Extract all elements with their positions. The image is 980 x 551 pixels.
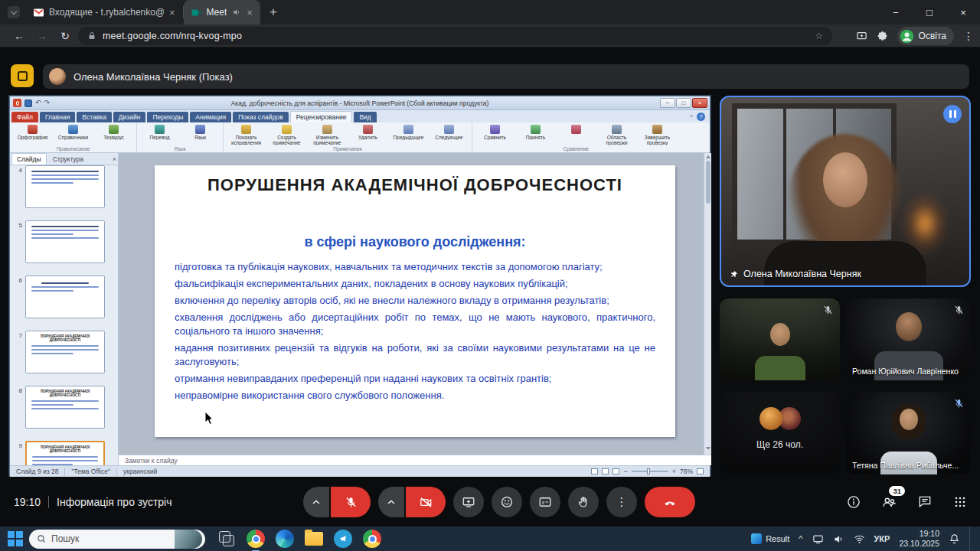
notification-bell-icon[interactable] <box>949 533 960 545</box>
new-comment-button[interactable]: Создать примечание <box>266 124 307 146</box>
participants-button[interactable]: 31 <box>881 494 897 510</box>
ppt-tab-slideshow[interactable]: Показ слайдов <box>233 112 289 122</box>
undo-icon[interactable]: ↶ <box>35 99 41 106</box>
research-button[interactable]: Справочники <box>53 124 93 146</box>
edge-icon[interactable] <box>276 530 294 548</box>
delete-comment-button[interactable]: Удалить <box>348 124 388 146</box>
next-comment-button[interactable]: Следующее <box>429 124 469 146</box>
keyboard-language[interactable]: УКР <box>874 534 890 543</box>
review-pane-button[interactable]: Область проверки <box>596 124 637 146</box>
present-screen-button[interactable] <box>453 487 484 517</box>
chat-button[interactable] <box>917 494 933 510</box>
chrome-icon[interactable] <box>247 530 265 548</box>
extensions-puzzle-icon[interactable] <box>877 31 888 42</box>
show-markup-button[interactable]: Показать исправления <box>226 124 266 146</box>
browser-tab-meet[interactable]: Meet × <box>184 0 260 24</box>
forward-button[interactable]: → <box>34 28 51 44</box>
telegram-icon[interactable] <box>334 530 352 548</box>
tray-app-button[interactable]: Result <box>751 533 789 544</box>
ppt-tab-review[interactable]: Рецензирование <box>290 111 353 122</box>
save-icon[interactable] <box>24 99 32 107</box>
window-maximize-button[interactable]: □ <box>913 0 946 24</box>
camera-options-caret[interactable] <box>378 487 404 517</box>
ppt-close-button[interactable]: × <box>692 98 707 108</box>
slide-thumbnail[interactable]: 5 <box>15 220 113 263</box>
video-tile-main[interactable]: Олена Миколаївна Черняк <box>720 96 971 287</box>
end-review-button[interactable]: Завершить проверку <box>637 124 678 146</box>
previous-comment-button[interactable]: Предыдущее <box>388 124 429 146</box>
ppt-tab-design[interactable]: Дизайн <box>113 112 146 122</box>
view-normal-icon[interactable] <box>591 468 598 474</box>
slide-thumbnail[interactable]: 4 <box>15 165 113 208</box>
camera-button-split[interactable] <box>378 487 446 517</box>
ppt-tab-insert[interactable]: Вставка <box>77 112 112 122</box>
edit-comment-button[interactable]: Изменить примечание <box>307 124 348 146</box>
ppt-tab-animations[interactable]: Анимация <box>190 112 231 122</box>
thesaurus-button[interactable]: Тезаурус <box>93 124 134 146</box>
back-button[interactable]: ← <box>11 28 28 44</box>
ppt-tab-home[interactable]: Главная <box>40 112 75 122</box>
raise-hand-button[interactable] <box>568 487 599 517</box>
tab-close-icon[interactable]: × <box>247 8 253 18</box>
mic-options-caret[interactable] <box>303 487 329 517</box>
captions-button[interactable] <box>530 487 560 517</box>
end-call-button[interactable] <box>645 487 695 517</box>
install-app-icon[interactable] <box>856 31 867 42</box>
mic-button-split[interactable] <box>303 487 371 517</box>
browser-menu-kebab-icon[interactable]: ⋮ <box>963 30 974 42</box>
slide-thumbnail-current[interactable]: 9 ПОРУШЕННЯ АКАДЕМІЧНОЇ ДОБРОЧЕСНОСТІ <box>15 441 113 465</box>
view-sorter-icon[interactable] <box>602 468 609 474</box>
window-minimize-button[interactable]: − <box>879 0 913 24</box>
file-explorer-icon[interactable] <box>305 530 323 548</box>
search-input[interactable] <box>51 533 158 544</box>
browser-tab-gmail[interactable]: Входящие - t.rybalchenko@kh × <box>26 0 183 24</box>
ppt-titlebar[interactable]: ↶ ↷ Акад. доброчесність для аспірантів -… <box>10 96 710 110</box>
zoom-slider[interactable] <box>632 471 668 472</box>
video-tile[interactable]: Тетяна Павлівна Рибальче... <box>846 392 971 474</box>
reactions-button[interactable] <box>492 487 522 517</box>
taskbar-clock[interactable]: 19:10 23.10.2025 <box>899 529 939 548</box>
video-tile[interactable]: Роман Юрійович Лавріненко <box>846 298 971 380</box>
meeting-details-button[interactable] <box>846 494 861 510</box>
translate-button[interactable]: Перевод <box>139 124 180 146</box>
window-close-button[interactable]: × <box>946 0 980 24</box>
spelling-button[interactable]: Орфография <box>12 124 53 146</box>
view-slideshow-icon[interactable] <box>612 468 619 474</box>
task-view-icon[interactable] <box>217 530 236 548</box>
ppt-tab-view[interactable]: Вид <box>354 112 376 122</box>
start-button[interactable] <box>8 531 23 546</box>
language-button[interactable]: Язык <box>180 124 220 146</box>
bookmark-star-icon[interactable]: ☆ <box>815 31 823 41</box>
reload-button[interactable]: ↻ <box>57 28 74 44</box>
browser-profile-chip[interactable]: Освіта <box>897 27 954 45</box>
address-bar[interactable]: meet.google.com/nrq-kvog-mpo ☆ <box>78 27 832 45</box>
slide-thumbnail[interactable]: 7 ПОРУШЕННЯ АКАДЕМІЧНОЇ ДОБРОЧЕСНОСТІ <box>15 331 113 373</box>
accept-button[interactable]: Принять <box>515 124 556 146</box>
meeting-info-label[interactable]: Інформація про зустріч <box>57 496 172 508</box>
activities-button[interactable] <box>952 494 968 510</box>
mic-muted-button[interactable] <box>331 487 371 517</box>
more-options-button[interactable]: ⋮ <box>606 487 637 517</box>
new-tab-button[interactable]: + <box>270 5 277 20</box>
reject-button[interactable] <box>556 124 596 146</box>
search-highlight-image[interactable] <box>175 530 202 549</box>
help-icon[interactable]: ? <box>697 112 705 121</box>
zoom-out-icon[interactable]: − <box>623 468 627 475</box>
cast-icon[interactable] <box>812 533 824 545</box>
more-participants-tile[interactable]: Ще 26 чол. <box>720 392 840 474</box>
redo-icon[interactable]: ↷ <box>44 99 51 106</box>
ppt-tab-file[interactable]: Файл <box>11 112 38 122</box>
ppt-maximize-button[interactable]: □ <box>676 98 691 108</box>
volume-icon[interactable] <box>833 533 844 545</box>
chrome-icon[interactable] <box>363 530 381 548</box>
camera-off-button[interactable] <box>406 487 446 517</box>
slide-thumbnail[interactable]: 6 <box>15 276 113 318</box>
fit-window-icon[interactable] <box>697 468 704 474</box>
hidden-icons-chevron[interactable]: ^ <box>799 534 802 543</box>
video-tile[interactable] <box>720 298 840 380</box>
ribbon-collapse-icon[interactable]: ^ <box>690 113 693 120</box>
notes-pane[interactable]: Заметки к слайду <box>119 455 711 465</box>
ppt-tab-transitions[interactable]: Переходы <box>147 112 188 122</box>
tab-close-icon[interactable]: × <box>169 8 175 18</box>
presentation-pause-icon[interactable] <box>943 105 962 123</box>
